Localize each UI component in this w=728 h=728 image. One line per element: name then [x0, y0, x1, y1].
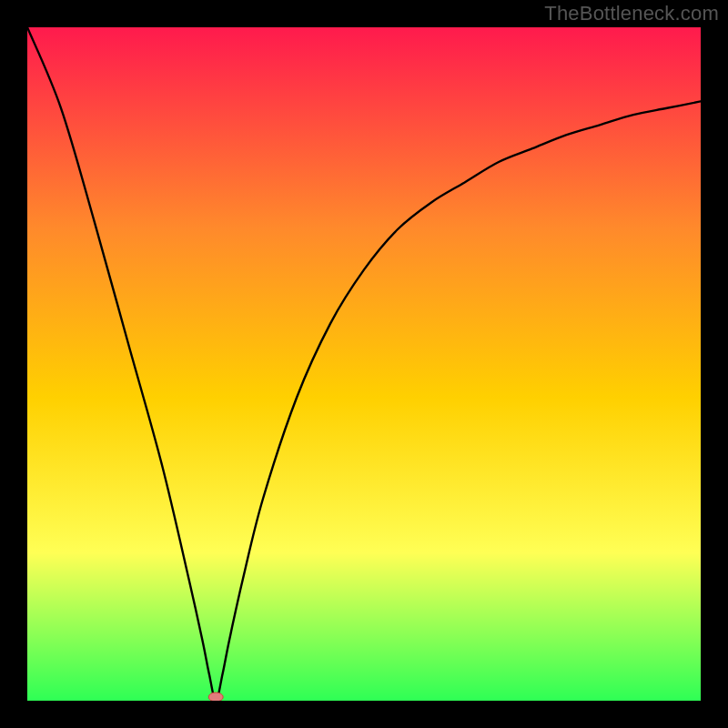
minimum-point-marker — [208, 693, 223, 701]
gradient-background — [27, 27, 701, 701]
plot-area — [27, 27, 701, 701]
chart-container: TheBottleneck.com — [0, 0, 728, 728]
watermark-label: TheBottleneck.com — [544, 2, 719, 25]
chart-svg — [27, 27, 701, 701]
